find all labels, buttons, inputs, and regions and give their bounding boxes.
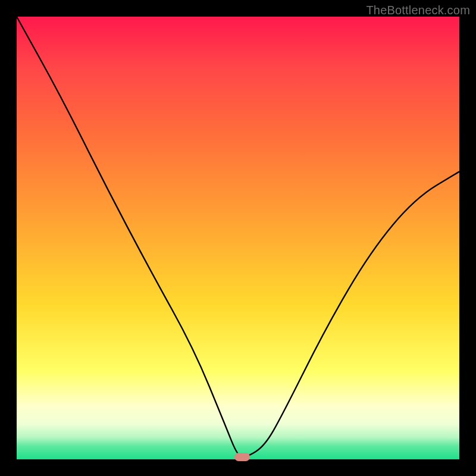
curve-path (17, 17, 459, 457)
optimal-marker (234, 453, 250, 461)
chart-frame: TheBottleneck.com (0, 0, 476, 476)
watermark-text: TheBottleneck.com (366, 4, 470, 17)
plot-area (17, 17, 459, 459)
bottleneck-curve (17, 17, 459, 459)
